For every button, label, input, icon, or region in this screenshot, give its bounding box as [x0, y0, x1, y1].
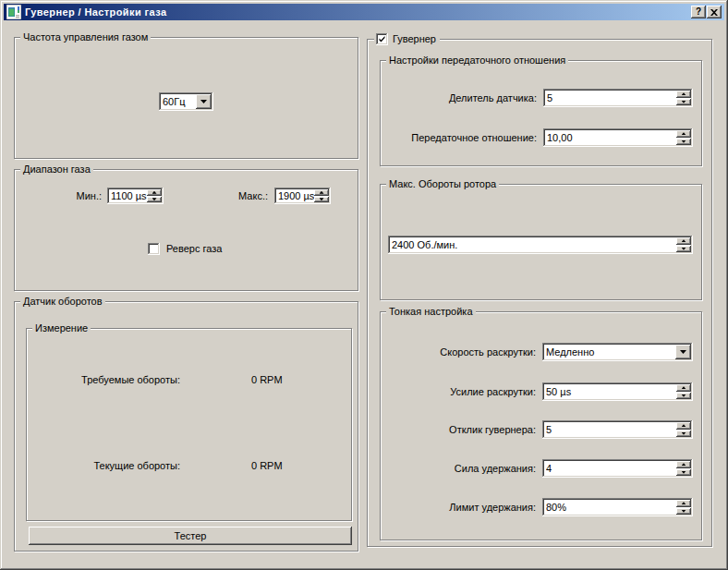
- required-rpm-value: 0 RPM: [251, 374, 283, 386]
- hold-force-spinner-value: 4: [546, 459, 676, 478]
- group-gear-ratio: Настройки передаточного отношения: [380, 60, 702, 166]
- group-max-rpm-caption: Макс. Обороты ротора: [386, 178, 499, 190]
- frequency-combobox-drop-button[interactable]: [196, 94, 212, 109]
- spoolup-speed-drop-button[interactable]: [675, 345, 691, 359]
- dialog-window: Гувернер / Настройки газа ? Частота упра…: [0, 0, 728, 570]
- divider-spinner-value: 5: [547, 89, 676, 107]
- response-spinner-value: 5: [546, 420, 676, 439]
- ratio-spinner[interactable]: 10,00: [543, 128, 693, 147]
- max-rpm-spin-down-button[interactable]: [676, 246, 691, 253]
- min-spinner-value: 1100 µs: [111, 188, 147, 204]
- min-spin-up-button[interactable]: [147, 189, 162, 196]
- response-spin-down-button[interactable]: [676, 431, 691, 438]
- arrow-up-icon: [682, 386, 686, 389]
- divider-spin-up-button[interactable]: [676, 91, 691, 98]
- spoolup-force-label: Усилие раскрутки:: [388, 382, 536, 401]
- max-rpm-spinner[interactable]: 2400 Об./мин.: [388, 236, 693, 254]
- arrow-up-icon: [682, 92, 686, 95]
- close-icon: [710, 9, 718, 16]
- hold-force-spin-up-button[interactable]: [676, 461, 691, 468]
- hold-force-label: Сила удержания:: [388, 459, 536, 478]
- ratio-spin-up-button[interactable]: [676, 130, 691, 138]
- help-button[interactable]: ?: [691, 6, 706, 18]
- spoolup-force-spin-up-button[interactable]: [676, 384, 691, 392]
- governor-caption-row: Гувернер: [374, 33, 440, 45]
- current-rpm-label: Текущие обороты:: [74, 460, 180, 472]
- spoolup-force-spinner-value: 50 µs: [546, 382, 676, 401]
- arrow-up-icon: [682, 239, 686, 242]
- close-button[interactable]: [707, 6, 722, 18]
- arrow-down-icon: [320, 198, 324, 200]
- divider-spin-down-button[interactable]: [676, 99, 691, 106]
- divider-label: Делитель датчика:: [397, 89, 537, 107]
- arrow-down-icon: [682, 432, 686, 435]
- min-spinner[interactable]: 1100 µs: [107, 188, 164, 204]
- response-label: Отклик гувернера:: [388, 420, 536, 439]
- group-throttle-range-caption: Диапазон газа: [20, 164, 93, 176]
- response-spinner[interactable]: 5: [542, 420, 693, 439]
- ratio-spin-down-button[interactable]: [676, 139, 691, 146]
- reverse-checkbox[interactable]: [148, 243, 160, 255]
- ratio-label: Передаточное отношение:: [397, 128, 537, 147]
- hold-limit-label: Лимит удержания:: [388, 498, 536, 516]
- chevron-down-icon: [200, 100, 207, 103]
- max-rpm-spin-up-button[interactable]: [676, 237, 691, 245]
- max-label: Макс.:: [212, 188, 268, 204]
- arrow-up-icon: [682, 132, 686, 135]
- spoolup-speed-combobox-value: Медленно: [546, 343, 674, 361]
- frequency-combobox[interactable]: 60Гц: [159, 92, 213, 111]
- spoolup-force-spinner[interactable]: 50 µs: [542, 382, 693, 401]
- governor-checkbox-label: Гувернер: [393, 33, 436, 45]
- ratio-spinner-value: 10,00: [547, 128, 676, 147]
- hold-limit-spin-down-button[interactable]: [676, 508, 691, 515]
- group-measurement-caption: Измерение: [32, 322, 91, 334]
- arrow-down-icon: [152, 198, 157, 200]
- arrow-down-icon: [682, 471, 686, 474]
- hold-force-spinner[interactable]: 4: [542, 459, 693, 478]
- governor-checkbox[interactable]: [376, 33, 388, 45]
- arrow-down-icon: [682, 394, 686, 397]
- arrow-up-icon: [682, 463, 686, 466]
- group-throttle-frequency-caption: Частота управления газом: [20, 31, 151, 43]
- arrow-down-icon: [682, 140, 686, 143]
- arrow-down-icon: [682, 101, 686, 103]
- current-rpm-value: 0 RPM: [251, 460, 283, 472]
- hold-force-spin-down-button[interactable]: [676, 469, 691, 477]
- tester-button[interactable]: Тестер: [29, 527, 352, 545]
- spoolup-speed-combobox[interactable]: Медленно: [542, 343, 693, 361]
- arrow-up-icon: [682, 424, 686, 427]
- hold-limit-spinner[interactable]: 80%: [542, 498, 693, 516]
- arrow-up-icon: [152, 191, 157, 194]
- response-spin-up-button[interactable]: [676, 422, 691, 430]
- check-icon: [377, 34, 387, 44]
- chevron-down-icon: [680, 350, 686, 354]
- min-label: Мин.:: [46, 188, 102, 204]
- required-rpm-label: Требуемые обороты:: [74, 374, 180, 386]
- frequency-combobox-value: 60Гц: [163, 92, 195, 111]
- reverse-checkbox-label: Реверс газа: [166, 243, 222, 255]
- spoolup-speed-label: Скорость раскрутки:: [388, 343, 536, 361]
- max-spin-down-button[interactable]: [314, 197, 329, 203]
- max-rpm-spinner-value: 2400 Об./мин.: [392, 236, 676, 254]
- max-spin-up-button[interactable]: [314, 189, 329, 196]
- tester-button-label: Тестер: [175, 530, 207, 541]
- spoolup-force-spin-down-button[interactable]: [676, 393, 691, 400]
- max-spinner-value: 1900 µs: [278, 188, 314, 204]
- arrow-down-icon: [682, 248, 686, 250]
- max-spinner[interactable]: 1900 µs: [274, 188, 331, 204]
- group-gear-ratio-caption: Настройки передаточного отношения: [386, 55, 568, 67]
- arrow-up-icon: [320, 191, 324, 194]
- group-fine-tuning-caption: Тонкая настройка: [386, 306, 476, 318]
- divider-spinner[interactable]: 5: [543, 89, 693, 107]
- title-bar[interactable]: Гувернер / Настройки газа: [4, 4, 724, 20]
- arrow-down-icon: [682, 510, 686, 513]
- hold-limit-spinner-value: 80%: [546, 498, 676, 516]
- group-rpm-sensor-caption: Датчик оборотов: [20, 296, 105, 308]
- min-spin-down-button[interactable]: [147, 197, 162, 203]
- hold-limit-spin-up-button[interactable]: [676, 500, 691, 507]
- group-measurement: Измерение: [26, 328, 352, 521]
- help-icon: ?: [696, 7, 701, 17]
- arrow-up-icon: [682, 502, 686, 504]
- window-title: Гувернер / Настройки газа: [25, 6, 166, 18]
- app-icon: [6, 5, 21, 19]
